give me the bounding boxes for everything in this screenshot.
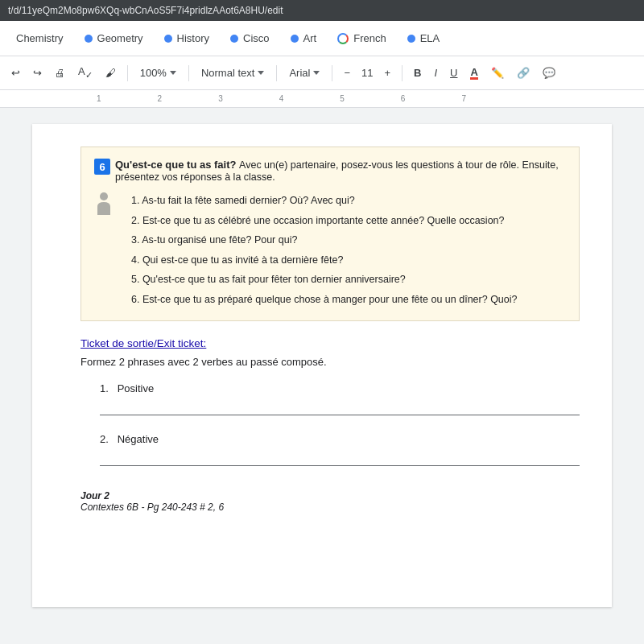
svg-point-2 — [104, 205, 110, 212]
tab-geometry[interactable]: Geometry — [75, 24, 153, 53]
text-color-button[interactable]: A — [465, 64, 482, 83]
question-4: 4. Qui est-ce que tu as invité à ta dern… — [131, 250, 518, 270]
font-size-value: 11 — [358, 67, 376, 79]
svg-point-1 — [97, 204, 104, 210]
ruler-mark-6: 6 — [401, 94, 406, 103]
font-value: Arial — [289, 67, 310, 79]
italic-icon: I — [434, 67, 437, 79]
url-bar: t/d/11yeQm2Mo8pw6XQq-wbCnAoS5F7i4pridlzA… — [0, 0, 644, 21]
spellcheck-button[interactable]: A✓ — [73, 62, 97, 84]
zoom-arrow — [170, 71, 176, 75]
person-icon — [94, 191, 114, 223]
exercise-body: 1. As-tu fait la fête samedi dernier? Où… — [94, 191, 566, 309]
separator-1 — [127, 65, 128, 81]
paint-button[interactable]: 🖌 — [101, 64, 121, 82]
text-color-icon: A — [470, 67, 477, 80]
ruler-mark-1: 1 — [97, 94, 101, 103]
font-increase-button[interactable]: + — [379, 64, 395, 82]
tab-bar: Chemistry Geometry History Cisco Art Fre… — [0, 21, 644, 56]
ruler-mark-7: 7 — [461, 94, 466, 103]
comment-button[interactable]: 💬 — [538, 64, 560, 82]
tab-history[interactable]: History — [155, 24, 219, 53]
underline-icon: U — [450, 67, 457, 79]
link-icon: 🔗 — [517, 67, 530, 79]
ruler-marks: 1 2 3 4 5 6 7 — [48, 94, 644, 103]
question-6: 6. Est-ce que tu as préparé quelque chos… — [131, 290, 518, 310]
underline-button[interactable]: U — [445, 64, 462, 82]
decrease-icon: − — [344, 67, 350, 79]
ticket-description: Formez 2 phrases avec 2 verbes au passé … — [80, 356, 580, 368]
print-button[interactable]: 🖨 — [50, 64, 70, 82]
redo-icon: ↪ — [33, 67, 42, 79]
exercise-text: Qu'est-ce que tu as fait? Avec un(e) par… — [115, 159, 566, 183]
bold-button[interactable]: B — [409, 64, 426, 82]
undo-button[interactable]: ↩ — [6, 64, 25, 82]
tab-cisco-label: Cisco — [243, 32, 270, 44]
zoom-value: 100% — [140, 67, 167, 79]
tab-cisco[interactable]: Cisco — [221, 24, 279, 53]
person-icon-area — [94, 191, 118, 309]
italic-button[interactable]: I — [429, 64, 442, 82]
separator-5 — [402, 65, 402, 81]
ela-dot — [407, 35, 415, 43]
fill-label-1: 1. Positive — [100, 382, 580, 394]
ruler-mark-2: 2 — [158, 94, 163, 103]
question-2: 2. Est-ce que tu as célébré une occasion… — [131, 211, 518, 231]
comment-icon: 💬 — [543, 67, 555, 79]
history-dot — [164, 35, 172, 43]
ticket-title[interactable]: Ticket de sortie/Exit ticket: — [80, 337, 206, 349]
doc-footer: Jour 2 Contextes 6B - Pg 240-243 # 2, 6 — [80, 490, 580, 513]
tab-art-label: Art — [303, 32, 317, 44]
ruler-mark-4: 4 — [279, 94, 284, 103]
highlight-button[interactable]: ✏️ — [486, 64, 509, 82]
ruler: 1 2 3 4 5 6 7 — [0, 90, 644, 108]
fill-line-1[interactable] — [100, 401, 580, 415]
tab-chemistry[interactable]: Chemistry — [6, 24, 73, 53]
redo-button[interactable]: ↪ — [28, 64, 47, 82]
style-dropdown[interactable]: Normal text — [196, 64, 270, 82]
url-text: t/d/11yeQm2Mo8pw6XQq-wbCnAoS5F7i4pridlzA… — [8, 5, 283, 16]
fill-number-1: 1. — [100, 382, 109, 394]
ticket-section: Ticket de sortie/Exit ticket: Formez 2 p… — [80, 337, 580, 466]
question-3: 3. As-tu organisé une fête? Pour qui? — [131, 230, 518, 250]
footer-line2: Contextes 6B - Pg 240-243 # 2, 6 — [80, 502, 580, 513]
fill-line-2[interactable] — [100, 452, 580, 466]
fill-text-1: Positive — [118, 382, 155, 394]
separator-4 — [332, 65, 332, 81]
paint-icon: 🖌 — [105, 67, 116, 79]
print-icon: 🖨 — [55, 67, 65, 79]
exercise-box: 6 Qu'est-ce que tu as fait? Avec un(e) p… — [80, 147, 580, 321]
separator-3 — [276, 65, 277, 81]
font-arrow — [313, 71, 320, 75]
increase-icon: + — [384, 67, 390, 79]
tab-french[interactable]: French — [328, 24, 395, 53]
svg-point-0 — [100, 192, 108, 200]
toolbar: ↩ ↪ 🖨 A✓ 🖌 100% Normal text Arial − 11 +… — [0, 56, 644, 90]
font-decrease-button[interactable]: − — [339, 64, 355, 82]
zoom-dropdown[interactable]: 100% — [134, 64, 182, 82]
doc-area: 6 Qu'est-ce que tu as fait? Avec un(e) p… — [0, 108, 644, 644]
cisco-dot — [230, 35, 238, 43]
exercise-questions: 1. As-tu fait la fête samedi dernier? Où… — [125, 191, 518, 309]
doc-page: 6 Qu'est-ce que tu as fait? Avec un(e) p… — [32, 124, 612, 607]
link-button[interactable]: 🔗 — [512, 64, 535, 82]
tab-geometry-label: Geometry — [97, 32, 143, 44]
tab-ela[interactable]: ELA — [398, 24, 450, 53]
tab-art[interactable]: Art — [281, 24, 327, 53]
ruler-mark-3: 3 — [218, 94, 223, 103]
fill-text-2: Négative — [118, 433, 159, 445]
tab-french-label: French — [353, 32, 386, 44]
geometry-dot — [85, 35, 93, 43]
question-5: 5. Qu'est-ce que tu as fait pour fêter t… — [131, 270, 518, 290]
spellcheck-icon: A✓ — [78, 65, 93, 80]
art-dot — [291, 35, 299, 43]
exercise-title: Qu'est-ce que tu as fait? — [115, 159, 236, 171]
tab-history-label: History — [177, 32, 209, 44]
style-value: Normal text — [201, 67, 254, 79]
ruler-mark-5: 5 — [340, 94, 345, 103]
fill-label-2: 2. Négative — [100, 433, 580, 445]
font-dropdown[interactable]: Arial — [283, 64, 325, 82]
style-arrow — [258, 71, 264, 75]
tab-chemistry-label: Chemistry — [16, 32, 64, 44]
footer-line1: Jour 2 — [80, 490, 580, 502]
